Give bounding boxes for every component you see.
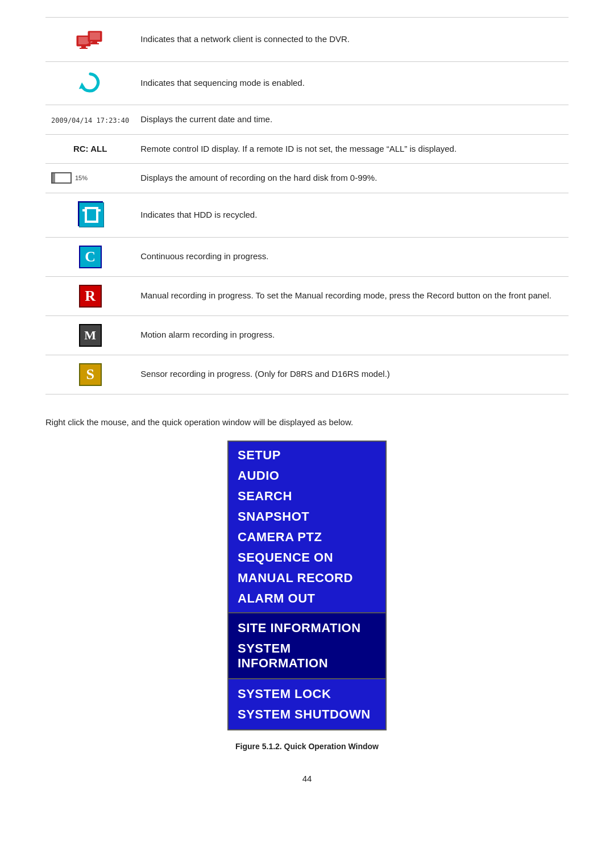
- icon-cell: [45, 18, 135, 62]
- table-row: R Manual recording in progress. To set t…: [45, 276, 569, 315]
- rightclick-intro: Right click the mouse, and the quick ope…: [45, 417, 569, 427]
- hdd-bar-container: 15%: [51, 172, 129, 184]
- svg-rect-3: [80, 48, 88, 49]
- table-row: S Sensor recording in progress. (Only fo…: [45, 355, 569, 394]
- network-description: Indicates that a network client is conne…: [135, 18, 569, 62]
- icon-cell: S: [45, 355, 135, 394]
- s-recording-icon: S: [79, 363, 102, 386]
- m-recording-icon: M: [79, 324, 102, 347]
- r-rec-description: Manual recording in progress. To set the…: [135, 276, 569, 315]
- s-rec-description: Sensor recording in progress. (Only for …: [135, 355, 569, 394]
- hdd-recycle-description: Indicates that HDD is recycled.: [135, 193, 569, 237]
- table-row: M Motion alarm recording in progress.: [45, 315, 569, 355]
- menu-item-manual-record[interactable]: MANUAL RECORD: [238, 568, 376, 588]
- table-row: Indicates that a network client is conne…: [45, 18, 569, 62]
- hdd-recycle-icon: [78, 201, 103, 226]
- table-row: Indicates that HDD is recycled.: [45, 193, 569, 237]
- menu-item-system-information[interactable]: SYSTEM INFORMATION: [238, 638, 376, 674]
- icon-cell: [45, 62, 135, 105]
- menu-item-sequence-on[interactable]: SEQUENCE ON: [238, 547, 376, 568]
- table-row: 2009/04/14 17:23:40 Displays the current…: [45, 105, 569, 135]
- rcall-description: Remote control ID display. If a remote I…: [135, 134, 569, 164]
- table-row: RC: ALL Remote control ID display. If a …: [45, 134, 569, 164]
- context-menu: SETUP AUDIO SEARCH SNAPSHOT CAMERA PTZ S…: [227, 441, 387, 730]
- svg-rect-13: [96, 207, 98, 216]
- table-row: C Continuous recording in progress.: [45, 237, 569, 276]
- icon-cell: C: [45, 237, 135, 276]
- r-recording-icon: R: [79, 285, 102, 308]
- svg-rect-16: [96, 216, 98, 221]
- menu-item-site-information[interactable]: SITE INFORMATION: [238, 618, 376, 638]
- icon-cell: RC: ALL: [45, 134, 135, 164]
- menu-group-3: SYSTEM LOCK SYSTEM SHUTDOWN: [229, 679, 385, 729]
- menu-item-system-lock[interactable]: SYSTEM LOCK: [238, 684, 376, 704]
- icon-cell: 2009/04/14 17:23:40: [45, 105, 135, 135]
- menu-group-2: SITE INFORMATION SYSTEM INFORMATION: [229, 613, 385, 678]
- menu-item-snapshot[interactable]: SNAPSHOT: [238, 506, 376, 527]
- sequence-icon: [78, 70, 103, 95]
- menu-item-alarm-out[interactable]: ALARM OUT: [238, 588, 376, 609]
- c-recording-icon: C: [79, 246, 102, 268]
- rightclick-section: Right click the mouse, and the quick ope…: [45, 417, 569, 751]
- svg-rect-18: [98, 209, 101, 211]
- menu-item-camera-ptz[interactable]: CAMERA PTZ: [238, 527, 376, 547]
- datetime-description: Displays the current date and time.: [135, 105, 569, 135]
- svg-rect-1: [78, 37, 89, 44]
- hdd-description: Displays the amount of recording on the …: [135, 164, 569, 193]
- svg-rect-14: [85, 221, 98, 223]
- svg-rect-7: [91, 43, 99, 44]
- hdd-bar: [51, 172, 72, 184]
- svg-rect-15: [85, 216, 87, 221]
- page-number: 44: [45, 774, 569, 783]
- context-menu-wrapper: SETUP AUDIO SEARCH SNAPSHOT CAMERA PTZ S…: [45, 441, 569, 730]
- svg-rect-5: [90, 32, 100, 40]
- icon-cell: 15%: [45, 164, 135, 193]
- table-row: Indicates that sequencing mode is enable…: [45, 62, 569, 105]
- sequence-description: Indicates that sequencing mode is enable…: [135, 62, 569, 105]
- menu-item-system-shutdown[interactable]: SYSTEM SHUTDOWN: [238, 704, 376, 725]
- network-icon: [76, 26, 105, 53]
- menu-item-audio[interactable]: AUDIO: [238, 466, 376, 486]
- rcall-icon: RC: ALL: [73, 144, 107, 153]
- c-rec-description: Continuous recording in progress.: [135, 237, 569, 276]
- menu-item-setup[interactable]: SETUP: [238, 445, 376, 466]
- hdd-bar-fill: [52, 173, 55, 182]
- icon-cell: M: [45, 315, 135, 355]
- menu-group-1: SETUP AUDIO SEARCH SNAPSHOT CAMERA PTZ S…: [229, 442, 385, 612]
- table-row: 15% Displays the amount of recording on …: [45, 164, 569, 193]
- svg-rect-17: [82, 209, 85, 211]
- datetime-icon: 2009/04/14 17:23:40: [51, 117, 129, 124]
- icon-description-table: Indicates that a network client is conne…: [45, 17, 569, 394]
- svg-marker-9: [78, 82, 85, 89]
- svg-rect-12: [85, 207, 87, 216]
- hdd-percent: 15%: [75, 175, 88, 181]
- icon-cell: R: [45, 276, 135, 315]
- figure-caption: Figure 5.1.2. Quick Operation Window: [45, 742, 569, 751]
- m-rec-description: Motion alarm recording in progress.: [135, 315, 569, 355]
- svg-rect-10: [79, 202, 104, 227]
- menu-item-search[interactable]: SEARCH: [238, 486, 376, 506]
- svg-rect-2: [81, 46, 86, 48]
- icon-cell: [45, 193, 135, 237]
